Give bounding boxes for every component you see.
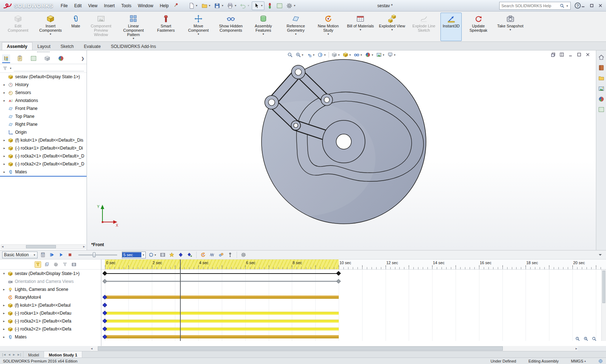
contact-button[interactable] bbox=[218, 252, 225, 258]
menu-help[interactable]: Help bbox=[157, 2, 172, 9]
update-speedpak-button[interactable]: Update Speedpak bbox=[462, 13, 494, 41]
section-view-button[interactable]: ▼ bbox=[317, 52, 327, 58]
close-button[interactable] bbox=[597, 3, 603, 8]
explode-line-sketch-button[interactable]: Explode Line Sketch bbox=[408, 13, 440, 41]
options-button[interactable]: ▼ bbox=[285, 2, 297, 10]
pin-menu-icon[interactable] bbox=[174, 3, 179, 9]
tree-item-kolut-1[interactable]: ▸(f) kolut<1> (Default<<Default>_Dis bbox=[0, 136, 87, 144]
view-palette-icon[interactable] bbox=[598, 85, 605, 92]
hide-show-items-button[interactable]: ▼ bbox=[353, 52, 363, 58]
property-manager-tab[interactable] bbox=[16, 54, 24, 63]
current-time-marker[interactable] bbox=[180, 259, 181, 341]
display-manager-tab[interactable] bbox=[57, 54, 65, 63]
timeline-hscrollbar[interactable]: ◄ ► bbox=[90, 346, 578, 351]
origin-triad[interactable]: Y X bbox=[97, 205, 118, 227]
expand-arrow-icon[interactable]: ▸ bbox=[2, 288, 6, 291]
edit-component-button[interactable]: Edit Component bbox=[2, 13, 34, 41]
calculate-button[interactable] bbox=[39, 252, 47, 258]
tree-filter-input[interactable] bbox=[14, 66, 84, 71]
orientation-start-key[interactable] bbox=[102, 279, 107, 284]
previous-view-button[interactable]: ▼ bbox=[306, 52, 316, 58]
link-joint-c[interactable] bbox=[321, 94, 333, 106]
featuremanager-tree-tab[interactable] bbox=[2, 54, 10, 63]
view-settings-button[interactable]: ▼ bbox=[387, 52, 397, 58]
timeline-ruler[interactable]: 0 sec 2 sec 4 sec 6 sec 8 sec 10 sec 12 … bbox=[101, 259, 606, 270]
new-document-button[interactable]: ▼ bbox=[187, 2, 199, 10]
timeline-rows[interactable] bbox=[101, 270, 606, 341]
tab-model[interactable]: Model bbox=[23, 351, 44, 358]
timeline-zoom-fit-icon[interactable] bbox=[592, 336, 597, 341]
doc-close-icon[interactable] bbox=[585, 52, 590, 57]
expand-arrow-icon[interactable]: ▸ bbox=[3, 162, 6, 166]
display-style-button[interactable]: ▼ bbox=[342, 52, 352, 58]
timeline-zoom-in-icon[interactable] bbox=[583, 336, 588, 341]
tree-item-rocka2-1[interactable]: ▸(-) ročka2<1> (Default<<Default>_D bbox=[0, 152, 87, 160]
move-component-button[interactable]: Move Component▼ bbox=[183, 13, 214, 41]
scroll-right-arrow-icon[interactable]: ► bbox=[83, 245, 85, 248]
feature-panel-hscrollbar[interactable]: ◄ ► bbox=[1, 244, 86, 249]
total-duration-bar[interactable] bbox=[105, 273, 339, 274]
motion-tree-item-root[interactable]: ▾sestav (Default<Display State-1>) bbox=[0, 270, 101, 278]
time-spinner-caret-icon[interactable]: ▼ bbox=[142, 254, 145, 256]
hub-bore-hole[interactable] bbox=[336, 134, 351, 149]
tree-item-rocka2-2[interactable]: ▸(-) ročka2<2> (Default<<Default>_D bbox=[0, 160, 87, 168]
minimize-button[interactable] bbox=[580, 3, 586, 8]
panel-grip-handle[interactable] bbox=[0, 50, 87, 53]
assembly-features-button[interactable]: Assembly Features▼ bbox=[247, 13, 279, 41]
show-hidden-components-button[interactable]: Show Hidden Components bbox=[215, 13, 247, 41]
filter-driving-button[interactable] bbox=[44, 261, 50, 268]
expand-arrow-icon[interactable]: ▸ bbox=[2, 311, 6, 315]
appearances-icon[interactable] bbox=[598, 96, 605, 102]
rebuild-button[interactable] bbox=[265, 2, 274, 10]
start-key[interactable] bbox=[102, 271, 107, 276]
timeline-vscrollbar[interactable] bbox=[601, 270, 606, 341]
playback-mode-button[interactable]: ▼ bbox=[148, 252, 157, 258]
home-icon[interactable] bbox=[598, 54, 605, 61]
rotary-motor-track-bar[interactable] bbox=[105, 296, 339, 299]
doc-split-icon[interactable] bbox=[559, 52, 564, 57]
tree-item-front-plane[interactable]: Front Plane bbox=[0, 105, 87, 112]
custom-properties-icon[interactable] bbox=[598, 106, 605, 113]
expand-arrow-icon[interactable]: ▸ bbox=[3, 83, 6, 86]
tab-solidworks-add-ins[interactable]: SOLIDWORKS Add-Ins bbox=[106, 42, 161, 50]
motion-tree-item-kolut-1[interactable]: ▸(f) kolut<1> (Default<<Defaul bbox=[0, 301, 101, 309]
expand-arrow-icon[interactable]: ▸ bbox=[3, 99, 6, 102]
tree-item-origin[interactable]: Origin bbox=[0, 128, 87, 136]
mate-button[interactable]: Mate bbox=[67, 13, 84, 41]
menu-edit[interactable]: Edit bbox=[71, 2, 85, 9]
next-tab-arrow-icon[interactable]: ► bbox=[12, 353, 16, 356]
print-button[interactable]: ▼ bbox=[226, 2, 238, 10]
timeline-zoom-out-icon[interactable] bbox=[575, 336, 580, 341]
reference-geometry-button[interactable]: Reference Geometry▼ bbox=[280, 13, 312, 41]
graphics-area[interactable]: Y X ▼ ▼ ▼ ▼ ▼ ▼ ▼ ▼ ▼ *Front bbox=[87, 50, 596, 250]
tab-evaluate[interactable]: Evaluate bbox=[79, 42, 106, 50]
panel-expand-arrow[interactable]: ❯ bbox=[81, 56, 84, 61]
open-button[interactable]: ▼ bbox=[200, 2, 212, 10]
tree-item-rocka-1[interactable]: ▸(-) ročka<1> (Default<<Default>_Di bbox=[0, 144, 87, 152]
autokey-button[interactable] bbox=[177, 252, 184, 258]
exploded-view-button[interactable]: Exploded View▼ bbox=[377, 13, 408, 41]
tree-item-history[interactable]: ▸History bbox=[0, 81, 87, 89]
undo-button[interactable]: ▼ bbox=[239, 2, 251, 10]
filter-selected-button[interactable] bbox=[62, 261, 68, 268]
gravity-button[interactable] bbox=[227, 252, 234, 258]
menu-file[interactable]: File bbox=[57, 2, 71, 9]
add-key-button[interactable] bbox=[186, 252, 193, 258]
orientation-end-key[interactable] bbox=[336, 279, 341, 284]
file-properties-button[interactable] bbox=[275, 2, 284, 10]
tree-item-top-plane[interactable]: Top Plane bbox=[0, 112, 87, 120]
mates-track-bar[interactable] bbox=[105, 335, 339, 338]
scroll-left-arrow-icon[interactable]: ◄ bbox=[90, 347, 93, 350]
component-preview-window-button[interactable]: Component Preview Window bbox=[85, 13, 117, 41]
end-key[interactable] bbox=[336, 271, 341, 276]
expand-arrow-icon[interactable]: ▸ bbox=[2, 319, 6, 323]
expand-arrow-icon[interactable]: ▸ bbox=[3, 154, 6, 158]
link-joint-b[interactable] bbox=[291, 65, 305, 79]
maximize-button[interactable] bbox=[589, 3, 594, 8]
scroll-left-arrow-icon[interactable]: ◄ bbox=[1, 245, 4, 248]
insert-components-button[interactable]: Insert Components▼ bbox=[35, 13, 66, 41]
tab-assembly[interactable]: Assembly bbox=[2, 42, 32, 50]
design-library-icon[interactable] bbox=[598, 65, 605, 71]
play-button[interactable] bbox=[57, 252, 65, 258]
rocka1-track-bar[interactable] bbox=[105, 312, 339, 315]
